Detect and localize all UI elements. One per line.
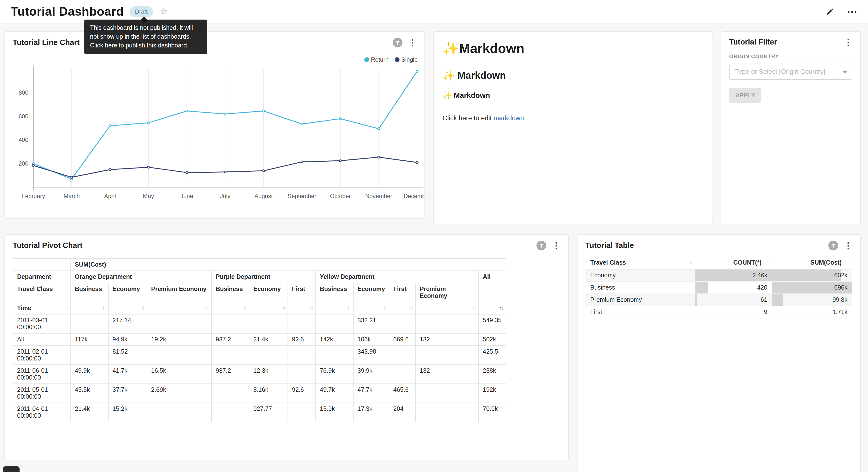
pivot-cell: [288, 314, 316, 333]
more-vertical-icon[interactable]: ⋮: [844, 241, 852, 250]
pivot-cell: [288, 403, 316, 422]
more-horizontal-icon[interactable]: ⋯: [847, 6, 857, 17]
more-vertical-icon[interactable]: ⋮: [408, 38, 416, 47]
markdown-paragraph: Click here to edit markdown: [442, 114, 704, 122]
pivot-cell: 39.9k: [353, 365, 389, 384]
pivot-col-header: [479, 283, 506, 302]
sort-icon[interactable]: ↑↓: [383, 305, 386, 311]
apply-button[interactable]: APPLY: [729, 88, 762, 103]
markdown-edit-link[interactable]: markdown: [494, 114, 524, 122]
chart-card-tutorial-pivot-chart: Tutorial Pivot Chart ⋮ SUM(Cost)Departme…: [4, 234, 569, 460]
column-header-travel-class[interactable]: Travel Class↑↓: [585, 256, 695, 269]
origin-country-select[interactable]: Type or Select [Origin Country]: [729, 64, 852, 80]
origin-country-label: ORIGIN COUNTRY: [729, 53, 852, 59]
pivot-cell: 549.35: [479, 314, 506, 333]
sort-icon: ↑↓: [767, 260, 769, 265]
column-header-sum-cost-[interactable]: SUM(Cost)↑↓: [772, 256, 852, 269]
sort-icon[interactable]: ↑↓: [409, 305, 412, 311]
svg-text:May: May: [143, 193, 154, 199]
sort-icon[interactable]: ↑↓: [65, 306, 67, 311]
svg-text:February: February: [22, 193, 45, 199]
sort-icon[interactable]: ↑↓: [206, 305, 208, 311]
pivot-cell: 238k: [479, 365, 506, 384]
pivot-cell: [147, 346, 212, 365]
sort-icon[interactable]: ↑↓: [473, 305, 475, 311]
star-icon[interactable]: ☆: [160, 6, 167, 17]
svg-text:April: April: [104, 193, 116, 199]
pivot-col-header: First: [389, 283, 416, 302]
sort-icon[interactable]: ↑↓: [310, 305, 312, 311]
pivot-cell: [212, 346, 249, 365]
pivot-cell: 502k: [479, 333, 506, 346]
pivot-row: 2011-06-01 00:00:0049.9k41.7k16.5k937.21…: [13, 365, 506, 384]
dashboard-page: Tutorial Dashboard Draft ☆ ⋯ This dashbo…: [0, 0, 868, 472]
pivot-cell: 12.3k: [249, 365, 288, 384]
table-cell: First: [585, 306, 695, 318]
svg-text:800: 800: [19, 89, 28, 96]
pivot-cell: 927.77: [249, 403, 288, 422]
edit-icon[interactable]: [826, 7, 834, 16]
pivot-cell: 217.14: [108, 314, 147, 333]
more-vertical-icon[interactable]: ⋮: [844, 38, 852, 46]
pivot-cell: [147, 403, 212, 422]
sparkles-icon: ✨: [442, 91, 452, 99]
table-cell: 2.46k: [695, 269, 772, 282]
sort-icon[interactable]: ↑↓: [141, 305, 144, 311]
table-row: Business420696k: [585, 282, 852, 294]
svg-text:November: November: [365, 193, 393, 199]
table-cell: 602k: [772, 269, 852, 282]
publish-tooltip[interactable]: This dashboard is not published, it will…: [84, 20, 207, 55]
pivot-col-header: Economy: [249, 283, 288, 302]
pivot-class-row: Travel ClassBusinessEconomyPremium Econo…: [13, 283, 506, 302]
sort-icon[interactable]: ↑↓: [243, 305, 246, 311]
pivot-row: 2011-04-01 00:00:0021.4k15.2k927.7715.9k…: [13, 403, 506, 422]
pivot-row-label: 2011-02-01 00:00:00: [13, 346, 71, 365]
sort-icon[interactable]: ↑↓: [499, 305, 502, 311]
svg-text:200: 200: [19, 160, 28, 167]
pivot-cell: 2.69k: [147, 384, 212, 403]
pivot-group-header: Yellow Department: [316, 271, 479, 283]
pivot-cell: 937.2: [212, 365, 249, 384]
markdown-card: ✨Markdown ✨ Markdown ✨ Markdown Click he…: [433, 31, 713, 225]
pivot-table: SUM(Cost)DepartmentOrange DepartmentPurp…: [13, 258, 506, 422]
pivot-cell: 204: [389, 403, 416, 422]
draft-badge[interactable]: Draft: [130, 6, 153, 17]
pivot-row-label: 2011-06-01 00:00:00: [13, 365, 71, 384]
pivot-col-header: Economy: [108, 283, 147, 302]
sort-icon[interactable]: ↑↓: [347, 305, 350, 311]
table-title: Tutorial Table: [585, 241, 634, 250]
table-cell: 9: [695, 306, 772, 318]
caret-down-icon: [843, 71, 847, 74]
filter-indicator-icon[interactable]: [393, 38, 402, 48]
markdown-h2: ✨ Markdown: [442, 69, 704, 81]
publish-tooltip-text: This dashboard is not published, it will…: [90, 25, 193, 49]
sort-icon: ↑↓: [689, 260, 692, 265]
pivot-cell: [249, 314, 288, 333]
sort-icon: ↑↓: [847, 260, 849, 265]
markdown-h1: ✨Markdown: [442, 40, 704, 56]
pivot-cell: 15.2k: [108, 403, 147, 422]
sort-icon[interactable]: ↑↓: [282, 305, 285, 311]
pivot-cell: 81.52: [108, 346, 147, 365]
sort-icon[interactable]: ↑↓: [102, 305, 105, 311]
pivot-cell: 92.6: [288, 333, 316, 346]
pivot-col-header: Business: [316, 283, 353, 302]
pivot-metric-row: SUM(Cost): [13, 259, 506, 271]
pivot-group-header: Purple Department: [212, 271, 316, 283]
bottom-left-toast-peek: [3, 466, 20, 472]
pivot-cell: 16.5k: [147, 365, 212, 384]
pivot-cell: 465.6: [389, 384, 416, 403]
filter-indicator-icon[interactable]: [828, 241, 838, 250]
table-cell: 61: [695, 294, 772, 306]
pivot-cell: [212, 403, 249, 422]
more-vertical-icon[interactable]: ⋮: [552, 241, 560, 250]
svg-text:400: 400: [19, 137, 28, 143]
column-header-count-[interactable]: COUNT(*)↑↓: [695, 256, 772, 269]
svg-text:July: July: [220, 193, 230, 199]
pivot-cell: 142k: [316, 333, 353, 346]
filter-indicator-icon[interactable]: [536, 241, 546, 250]
pivot-cell: 8.16k: [249, 384, 288, 403]
pivot-col-header: Premium Economy: [147, 283, 212, 302]
pivot-cell: 92.6: [288, 384, 316, 403]
pivot-cell: 15.9k: [316, 403, 353, 422]
